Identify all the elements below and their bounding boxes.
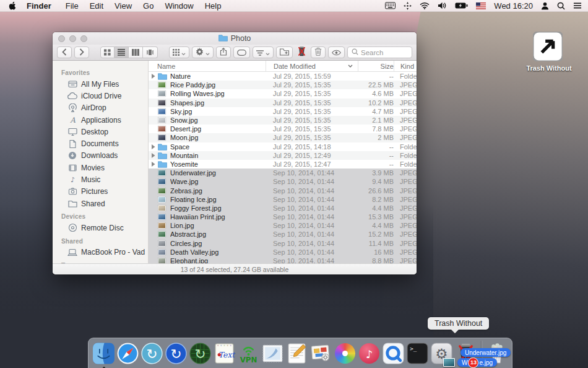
drag-label-secondary[interactable]: W13e.jpg xyxy=(457,358,497,367)
file-row[interactable]: Rolling Waves.jpgJul 29, 2015, 15:354.6 … xyxy=(149,89,417,98)
dock-icon-safari[interactable] xyxy=(116,342,139,365)
sidebar-item-downloads[interactable]: Downloads xyxy=(53,150,148,162)
file-row[interactable]: Lion.jpgSep 10, 2014, 01:444.4 MBJPEG xyxy=(149,221,417,230)
dock-icon-photo-stack[interactable] xyxy=(309,342,332,365)
icon-view-button[interactable] xyxy=(100,46,115,58)
new-folder-button[interactable] xyxy=(276,46,293,58)
sidebar-item-macbook-pro-vad[interactable]: MacBook Pro - Vad xyxy=(53,247,148,258)
arrange-grid-menu-button[interactable] xyxy=(169,46,189,58)
app-menu-finder[interactable]: Finder xyxy=(22,1,56,11)
share-button[interactable] xyxy=(216,46,231,58)
file-row[interactable]: MountainJul 29, 2015, 12:49--Folder xyxy=(149,151,417,160)
dock-icon-terminal[interactable]: >_ xyxy=(406,342,429,365)
file-row[interactable]: Death Valley.jpgSep 10, 2014, 01:4416 MB… xyxy=(149,248,417,256)
column-header-date-modified[interactable]: Date Modified xyxy=(266,61,358,71)
dock-icon-sync-blue-dark[interactable]: ↻ xyxy=(165,342,188,365)
file-row[interactable]: Hawaiian Print.jpgSep 10, 2014, 01:4415.… xyxy=(149,212,417,221)
tags-button[interactable] xyxy=(233,46,250,58)
menu-go[interactable]: Go xyxy=(137,1,159,11)
file-row[interactable]: Underwater.jpgSep 10, 2014, 01:443.9 MBJ… xyxy=(149,169,417,177)
file-row[interactable]: Circles.jpgSep 10, 2014, 01:4411.4 MBJPE… xyxy=(149,239,417,248)
forward-button[interactable] xyxy=(74,46,89,58)
column-header-size[interactable]: Size xyxy=(358,61,394,71)
list-view-button[interactable] xyxy=(115,46,129,58)
notification-center-icon[interactable] xyxy=(573,2,582,9)
trash-without-app-button[interactable] xyxy=(295,46,308,59)
column-header-kind[interactable]: Kind xyxy=(394,61,417,71)
fan-icon[interactable] xyxy=(404,2,412,10)
disclosure-triangle-icon[interactable] xyxy=(149,74,158,79)
file-row[interactable]: SpaceJul 29, 2015, 14:18--Folder xyxy=(149,142,417,151)
us-flag-icon[interactable] xyxy=(476,2,486,9)
column-view-button[interactable] xyxy=(129,46,143,58)
drag-label-primary[interactable]: Underwater.jpg xyxy=(460,348,511,357)
arrange-list-menu-button[interactable] xyxy=(253,46,274,58)
sidebar-item-documents[interactable]: Documents xyxy=(53,138,148,149)
file-row[interactable]: YosemiteJul 29, 2015, 12:47--Folder xyxy=(149,160,417,169)
action-menu-button[interactable] xyxy=(192,46,214,58)
file-row[interactable]: Moon.jpgJul 29, 2015, 15:352 MBJPEG xyxy=(149,133,417,142)
dock-icon-photos[interactable] xyxy=(334,342,357,365)
file-row[interactable]: Floating Ice.jpgSep 10, 2014, 01:448.2 M… xyxy=(149,195,417,204)
dock-icon-mail[interactable] xyxy=(261,342,284,365)
file-row[interactable]: Elephant.jpgSep 10, 2014, 01:448.8 MBJPE… xyxy=(149,256,417,263)
spotlight-icon[interactable] xyxy=(557,2,565,10)
wifi-icon[interactable] xyxy=(420,2,430,9)
file-row[interactable]: Sky.jpgJul 29, 2015, 15:354.7 MBJPEG xyxy=(149,107,417,116)
sidebar-item-remote-disc[interactable]: Remote Disc xyxy=(53,222,148,234)
dock-icon-sync-green[interactable]: ↻ xyxy=(189,342,212,365)
apple-menu-icon[interactable] xyxy=(9,1,17,11)
disclosure-triangle-icon[interactable] xyxy=(149,162,158,167)
drag-ghost[interactable]: Underwater.jpgW13e.jpg xyxy=(443,348,511,367)
sidebar-item-icloud-drive[interactable]: iCloud Drive xyxy=(53,90,148,102)
sidebar-item-pictures[interactable]: Pictures xyxy=(53,186,148,198)
file-row[interactable]: Abstract.jpgSep 10, 2014, 01:4415.2 MBJP… xyxy=(149,230,417,239)
coverflow-view-button[interactable] xyxy=(143,46,158,58)
menu-view[interactable]: View xyxy=(109,1,137,11)
zoom-button[interactable] xyxy=(80,35,87,42)
dock-icon-sync-blue-light[interactable]: ↻ xyxy=(141,342,163,365)
sidebar-item-applications[interactable]: AApplications xyxy=(53,114,148,126)
file-row[interactable]: Foggy Forest.jpgSep 10, 2014, 01:444.4 M… xyxy=(149,204,417,212)
file-row[interactable]: Shapes.jpgJul 29, 2015, 15:3510.2 MBJPEG xyxy=(149,99,417,107)
sidebar-item-shared[interactable]: Shared xyxy=(53,198,148,209)
sidebar-item-all-my-files[interactable]: All My Files xyxy=(53,78,148,90)
dock-icon-finder[interactable] xyxy=(92,342,115,365)
menu-edit[interactable]: Edit xyxy=(84,1,109,11)
volume-icon[interactable] xyxy=(438,2,447,9)
file-row[interactable]: Rice Paddy.jpgJul 29, 2015, 15:3522.5 MB… xyxy=(149,81,417,89)
disclosure-triangle-icon[interactable] xyxy=(149,144,158,149)
menu-clock[interactable]: Wed 16:20 xyxy=(494,1,533,11)
file-row[interactable]: Desert.jpgJul 29, 2015, 15:357.8 MBJPEG xyxy=(149,125,417,133)
sidebar-item-airdrop[interactable]: AirDrop xyxy=(53,102,148,114)
file-row[interactable]: NatureJul 29, 2015, 15:59--Folder xyxy=(149,72,417,81)
file-row[interactable]: Zebras.jpgSep 10, 2014, 01:4426.6 MBJPEG xyxy=(149,186,417,195)
dock-icon-vpn[interactable]: VPN xyxy=(237,342,260,365)
desktop-icon-trash-without[interactable]: Trash Without xyxy=(523,33,575,72)
menu-window[interactable]: Window xyxy=(159,1,199,11)
drag-label-secondary-row[interactable]: W13e.jpg xyxy=(443,358,511,367)
close-button[interactable] xyxy=(58,35,65,42)
file-row[interactable]: Snow.jpgJul 29, 2015, 15:352.1 MBJPEG xyxy=(149,116,417,125)
quick-look-button[interactable] xyxy=(328,46,345,58)
battery-charging-icon[interactable] xyxy=(455,2,468,9)
title-bar[interactable]: Photo xyxy=(53,32,417,45)
dock-icon-quicktime[interactable] xyxy=(382,342,405,365)
dock-icon-itunes[interactable]: ♪ xyxy=(358,342,381,365)
file-row[interactable]: Wave.jpgSep 10, 2014, 01:449.4 MBJPEG xyxy=(149,177,417,186)
sidebar-item-music[interactable]: ♪Music xyxy=(53,173,148,185)
dock-icon-itext[interactable]: Text xyxy=(213,342,236,365)
keyboard-icon[interactable] xyxy=(385,2,396,9)
search-field[interactable]: Search xyxy=(347,46,412,58)
delete-item-button[interactable] xyxy=(311,46,326,58)
disclosure-triangle-icon[interactable] xyxy=(149,153,158,158)
column-header-name[interactable]: Name xyxy=(149,61,266,71)
back-button[interactable] xyxy=(57,46,72,58)
sidebar-item-movies[interactable]: Movies xyxy=(53,162,148,173)
user-icon[interactable] xyxy=(541,2,549,10)
menu-file[interactable]: File xyxy=(60,1,84,11)
menu-help[interactable]: Help xyxy=(199,1,227,11)
sidebar-item-desktop[interactable]: Desktop xyxy=(53,126,148,138)
minimize-button[interactable] xyxy=(69,35,76,42)
dock-icon-textedit[interactable] xyxy=(285,342,308,365)
